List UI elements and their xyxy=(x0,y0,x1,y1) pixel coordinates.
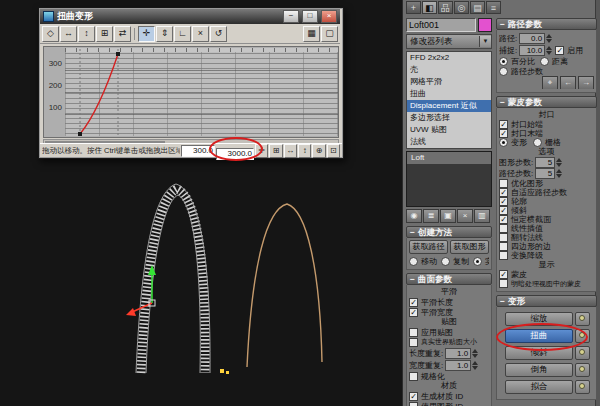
maximize-button[interactable]: □ xyxy=(302,10,318,23)
modifier-list-dropdown[interactable]: 修改器列表 ▼ xyxy=(406,34,492,49)
spinner-arrows[interactable] xyxy=(546,34,552,43)
motion-tab-icon[interactable]: ◎ xyxy=(454,1,469,14)
selected-point-x-field[interactable]: 300.0 xyxy=(181,145,215,157)
bevel-toggle-lamp[interactable] xyxy=(575,363,590,377)
linear-interp-checkbox[interactable]: 线性插值 xyxy=(499,224,594,233)
display-y-axis-icon[interactable]: ↕ xyxy=(78,26,95,42)
spinner-arrows[interactable] xyxy=(472,361,478,370)
rollout-header[interactable]: − 变形 xyxy=(496,295,597,307)
modify-tab-icon[interactable]: ◧ xyxy=(422,1,437,14)
create-tab-icon[interactable]: + xyxy=(406,1,421,14)
skin-in-shaded-checkbox[interactable]: 明暗处理视图中的蒙皮 xyxy=(499,279,594,288)
modifier-button[interactable]: 网格平滑 xyxy=(407,76,491,88)
scale-toggle-lamp[interactable] xyxy=(575,312,590,326)
skin-checkbox[interactable]: 蒙皮 xyxy=(499,270,594,279)
pick-shape-icon[interactable]: ⌖ xyxy=(542,76,558,89)
teeter-deformation-button[interactable]: 倾斜 xyxy=(505,346,573,360)
contour-checkbox[interactable]: 轮廓 xyxy=(499,197,594,206)
real-world-map-checkbox[interactable]: 真实世界贴图大小 xyxy=(409,337,489,347)
make-unique-icon[interactable]: ▣ xyxy=(440,209,456,223)
length-repeat-spinner[interactable]: 长度重复: 1.0 xyxy=(409,347,489,359)
get-path-button[interactable]: 获取路径 xyxy=(409,240,448,254)
shape-steps-spinner[interactable]: 图形步数: 5 xyxy=(499,157,594,168)
apply-mapping-checkbox[interactable]: 应用贴图 xyxy=(409,327,489,337)
cap-end-checkbox[interactable]: 封口末端 xyxy=(499,129,594,138)
teeter-toggle-lamp[interactable] xyxy=(575,346,590,360)
modifier-button[interactable]: 壳 xyxy=(407,64,491,76)
display-xy-axes-icon[interactable]: ⊞ xyxy=(96,26,113,42)
percent-radio[interactable]: 百分比 xyxy=(499,56,535,66)
spinner-arrows[interactable] xyxy=(556,158,562,167)
close-button[interactable]: × xyxy=(321,10,337,23)
configure-modifier-sets-icon[interactable]: ▥ xyxy=(474,209,490,223)
scale-control-point-icon[interactable]: ⇕ xyxy=(156,26,173,42)
delete-control-point-icon[interactable]: × xyxy=(192,26,209,42)
fit-toggle-lamp[interactable] xyxy=(575,380,590,394)
rollout-header[interactable]: − 曲面参数 xyxy=(406,273,492,285)
modifier-button[interactable]: FFD 2x2x2 xyxy=(407,52,491,64)
optimize-shapes-checkbox[interactable]: 优化图形 xyxy=(499,179,594,188)
zoom-region-icon[interactable]: ⊡ xyxy=(327,144,340,158)
pan-icon[interactable]: ✛ xyxy=(255,144,268,158)
flip-normals-checkbox[interactable]: 翻转法线 xyxy=(499,233,594,242)
modifier-button[interactable]: 法线 xyxy=(407,136,491,148)
maximize-display-icon[interactable]: ▢ xyxy=(321,26,338,42)
previous-shape-icon[interactable]: ← xyxy=(560,76,576,89)
zoom-vertical-extents-icon[interactable]: ↕ xyxy=(298,144,311,158)
hierarchy-tab-icon[interactable]: 品 xyxy=(438,1,453,14)
zoom-icon[interactable]: ⊕ xyxy=(312,144,325,158)
selected-point-y-field[interactable]: 3000.0 xyxy=(216,148,254,160)
smooth-width-checkbox[interactable]: 平滑宽度 xyxy=(409,307,489,317)
generate-material-id-checkbox[interactable]: 生成材质 ID xyxy=(409,391,489,401)
instance-radio[interactable]: 实例 xyxy=(473,256,489,266)
minimize-button[interactable]: − xyxy=(283,10,299,23)
make-symmetrical-icon[interactable]: ◇ xyxy=(42,26,59,42)
insert-corner-point-icon[interactable]: ∟ xyxy=(174,26,191,42)
next-shape-icon[interactable]: → xyxy=(578,76,594,89)
curve-control-point-end[interactable] xyxy=(116,52,120,56)
stack-item-loft[interactable]: Loft xyxy=(407,152,491,164)
move-radio[interactable]: 移动 xyxy=(409,256,437,266)
modifier-stack[interactable]: Loft xyxy=(406,151,492,207)
remove-modifier-icon[interactable]: × xyxy=(457,209,473,223)
twist-deformation-curve[interactable] xyxy=(80,54,118,134)
copy-radio[interactable]: 复制 xyxy=(441,256,469,266)
curve-control-point-start[interactable] xyxy=(78,132,82,136)
swap-deform-curves-icon[interactable]: ⇄ xyxy=(114,26,131,42)
object-color-swatch[interactable] xyxy=(478,18,492,32)
display-x-axis-icon[interactable]: ↔ xyxy=(60,26,77,42)
grid-radio[interactable]: 栅格 xyxy=(533,138,561,147)
rollout-header[interactable]: − 蒙皮参数 xyxy=(496,96,597,108)
dialog-titlebar[interactable]: 扭曲变形 − □ × xyxy=(40,9,340,24)
snap-spinner[interactable]: 捕捉: 10.0 启用 xyxy=(499,44,594,56)
scale-deformation-button[interactable]: 缩放 xyxy=(505,312,573,326)
spinner-arrows[interactable] xyxy=(472,349,478,358)
bevel-deformation-button[interactable]: 倒角 xyxy=(505,363,573,377)
deformation-curve-graph[interactable]: 300 200 100 xyxy=(43,46,339,138)
cap-start-checkbox[interactable]: 封口始端 xyxy=(499,120,543,129)
modifier-button[interactable]: 扭曲 xyxy=(407,88,491,100)
object-name-field[interactable]: Loft001 xyxy=(406,18,476,32)
display-tab-icon[interactable]: ▤ xyxy=(470,1,485,14)
banking-checkbox[interactable]: 倾斜 xyxy=(499,206,594,215)
adaptive-path-steps-checkbox[interactable]: 自适应路径步数 xyxy=(499,188,594,197)
fit-deformation-button[interactable]: 拟合 xyxy=(505,380,573,394)
use-shape-id-checkbox[interactable]: 使用图形 ID xyxy=(409,401,489,406)
twist-toggle-lamp[interactable] xyxy=(575,329,590,343)
normalize-checkbox[interactable]: 规格化 xyxy=(409,371,489,381)
zoom-extents-icon[interactable]: ⊞ xyxy=(269,144,282,158)
twist-deformation-button[interactable]: 扭曲 xyxy=(505,329,573,343)
morph-radio[interactable]: 变形 xyxy=(499,138,527,147)
modifier-button[interactable]: 多边形选择 xyxy=(407,112,491,124)
constant-cross-section-checkbox[interactable]: 恒定横截面 xyxy=(499,215,594,224)
snap-enable-checkbox[interactable] xyxy=(555,46,564,55)
transform-degrade-checkbox[interactable]: 变换降级 xyxy=(499,251,594,260)
smooth-length-checkbox[interactable]: 平滑长度 xyxy=(409,297,489,307)
show-end-result-icon[interactable]: ≣ xyxy=(423,209,439,223)
zoom-horizontal-extents-icon[interactable]: ↔ xyxy=(284,144,297,158)
rollout-header[interactable]: − 路径参数 xyxy=(496,18,597,30)
rollout-header[interactable]: − 创建方法 xyxy=(406,226,492,238)
pin-stack-icon[interactable]: ◉ xyxy=(406,209,422,223)
path-steps-spinner[interactable]: 路径步数: 5 xyxy=(499,168,594,179)
path-steps-radio[interactable]: 路径步数 xyxy=(499,66,594,76)
